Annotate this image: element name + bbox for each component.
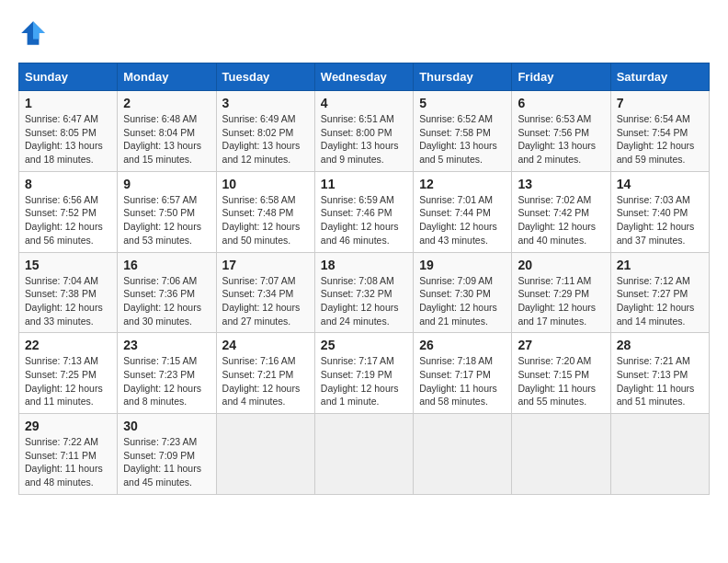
day-number: 15 (25, 258, 111, 272)
calendar-cell: 24Sunrise: 7:16 AMSunset: 7:21 PMDayligh… (216, 333, 314, 414)
calendar-cell: 21Sunrise: 7:12 AMSunset: 7:27 PMDayligh… (610, 252, 709, 333)
day-info: Sunrise: 6:51 AMSunset: 8:00 PMDaylight:… (321, 112, 407, 167)
day-number: 8 (25, 177, 111, 191)
calendar-cell: 5Sunrise: 6:52 AMSunset: 7:58 PMDaylight… (414, 91, 512, 172)
day-info: Sunrise: 6:59 AMSunset: 7:46 PMDaylight:… (321, 193, 407, 247)
page-header (18, 18, 710, 48)
day-number: 14 (617, 177, 703, 191)
day-number: 28 (617, 338, 703, 352)
calendar-cell: 27Sunrise: 7:20 AMSunset: 7:15 PMDayligh… (512, 333, 610, 414)
calendar-cell: 11Sunrise: 6:59 AMSunset: 7:46 PMDayligh… (314, 171, 413, 252)
day-number: 12 (419, 177, 506, 191)
day-header-thursday: Thursday (414, 63, 512, 91)
day-header-wednesday: Wednesday (314, 63, 413, 91)
day-info: Sunrise: 6:56 AMSunset: 7:52 PMDaylight:… (25, 193, 111, 247)
day-header-monday: Monday (118, 63, 216, 91)
calendar-cell: 12Sunrise: 7:01 AMSunset: 7:44 PMDayligh… (414, 171, 512, 252)
day-info: Sunrise: 6:52 AMSunset: 7:58 PMDaylight:… (419, 112, 506, 167)
day-number: 26 (419, 338, 506, 352)
calendar-cell: 4Sunrise: 6:51 AMSunset: 8:00 PMDaylight… (314, 91, 413, 172)
day-info: Sunrise: 7:06 AMSunset: 7:36 PMDaylight:… (123, 274, 210, 328)
day-info: Sunrise: 6:48 AMSunset: 8:04 PMDaylight:… (123, 112, 210, 167)
calendar-week-3: 15Sunrise: 7:04 AMSunset: 7:38 PMDayligh… (19, 252, 710, 333)
calendar-cell (414, 414, 512, 495)
day-number: 19 (419, 258, 506, 272)
day-header-sunday: Sunday (19, 63, 118, 91)
day-number: 29 (25, 419, 111, 433)
day-number: 27 (518, 338, 604, 352)
calendar-cell: 2Sunrise: 6:48 AMSunset: 8:04 PMDaylight… (118, 91, 216, 172)
calendar-cell: 9Sunrise: 6:57 AMSunset: 7:50 PMDaylight… (118, 171, 216, 252)
day-info: Sunrise: 7:15 AMSunset: 7:23 PMDaylight:… (123, 354, 210, 408)
header-row: SundayMondayTuesdayWednesdayThursdayFrid… (19, 63, 710, 91)
day-info: Sunrise: 6:58 AMSunset: 7:48 PMDaylight:… (222, 193, 309, 247)
day-number: 22 (25, 338, 111, 352)
day-number: 16 (123, 258, 210, 272)
day-info: Sunrise: 7:17 AMSunset: 7:19 PMDaylight:… (321, 354, 407, 408)
day-number: 4 (321, 96, 407, 110)
day-number: 1 (25, 96, 111, 110)
calendar-cell: 1Sunrise: 6:47 AMSunset: 8:05 PMDaylight… (19, 91, 118, 172)
day-number: 18 (321, 258, 407, 272)
day-number: 3 (222, 96, 309, 110)
day-info: Sunrise: 7:23 AMSunset: 7:09 PMDaylight:… (123, 435, 210, 489)
day-info: Sunrise: 6:47 AMSunset: 8:05 PMDaylight:… (25, 112, 111, 167)
calendar-cell: 30Sunrise: 7:23 AMSunset: 7:09 PMDayligh… (118, 414, 216, 495)
day-number: 24 (222, 338, 309, 352)
day-header-friday: Friday (512, 63, 610, 91)
calendar-cell: 18Sunrise: 7:08 AMSunset: 7:32 PMDayligh… (314, 252, 413, 333)
calendar-week-2: 8Sunrise: 6:56 AMSunset: 7:52 PMDaylight… (19, 171, 710, 252)
calendar-week-4: 22Sunrise: 7:13 AMSunset: 7:25 PMDayligh… (19, 333, 710, 414)
day-number: 9 (123, 177, 210, 191)
calendar-cell: 3Sunrise: 6:49 AMSunset: 8:02 PMDaylight… (216, 91, 314, 172)
day-info: Sunrise: 7:12 AMSunset: 7:27 PMDaylight:… (617, 274, 703, 328)
calendar-cell: 17Sunrise: 7:07 AMSunset: 7:34 PMDayligh… (216, 252, 314, 333)
calendar-cell: 15Sunrise: 7:04 AMSunset: 7:38 PMDayligh… (19, 252, 118, 333)
calendar-cell: 16Sunrise: 7:06 AMSunset: 7:36 PMDayligh… (118, 252, 216, 333)
svg-marker-1 (33, 21, 45, 39)
day-number: 21 (617, 258, 703, 272)
day-header-tuesday: Tuesday (216, 63, 314, 91)
day-number: 6 (518, 96, 604, 110)
day-info: Sunrise: 7:09 AMSunset: 7:30 PMDaylight:… (419, 274, 506, 328)
calendar-cell: 28Sunrise: 7:21 AMSunset: 7:13 PMDayligh… (610, 333, 709, 414)
day-number: 30 (123, 419, 210, 433)
calendar-cell: 19Sunrise: 7:09 AMSunset: 7:30 PMDayligh… (414, 252, 512, 333)
calendar-cell: 23Sunrise: 7:15 AMSunset: 7:23 PMDayligh… (118, 333, 216, 414)
calendar-cell: 29Sunrise: 7:22 AMSunset: 7:11 PMDayligh… (19, 414, 118, 495)
logo (18, 18, 53, 48)
day-number: 11 (321, 177, 407, 191)
calendar-week-5: 29Sunrise: 7:22 AMSunset: 7:11 PMDayligh… (19, 414, 710, 495)
calendar-week-1: 1Sunrise: 6:47 AMSunset: 8:05 PMDaylight… (19, 91, 710, 172)
logo-icon (18, 18, 48, 48)
day-info: Sunrise: 6:49 AMSunset: 8:02 PMDaylight:… (222, 112, 309, 167)
day-info: Sunrise: 7:13 AMSunset: 7:25 PMDaylight:… (25, 354, 111, 408)
day-info: Sunrise: 6:54 AMSunset: 7:54 PMDaylight:… (617, 112, 703, 167)
day-info: Sunrise: 7:22 AMSunset: 7:11 PMDaylight:… (25, 435, 111, 489)
day-info: Sunrise: 7:02 AMSunset: 7:42 PMDaylight:… (518, 193, 604, 247)
calendar-cell (610, 414, 709, 495)
day-info: Sunrise: 7:03 AMSunset: 7:40 PMDaylight:… (617, 193, 703, 247)
calendar-cell: 25Sunrise: 7:17 AMSunset: 7:19 PMDayligh… (314, 333, 413, 414)
calendar-header: SundayMondayTuesdayWednesdayThursdayFrid… (19, 63, 710, 91)
day-number: 2 (123, 96, 210, 110)
day-number: 25 (321, 338, 407, 352)
day-info: Sunrise: 7:18 AMSunset: 7:17 PMDaylight:… (419, 354, 506, 408)
day-info: Sunrise: 7:16 AMSunset: 7:21 PMDaylight:… (222, 354, 309, 408)
calendar-cell: 7Sunrise: 6:54 AMSunset: 7:54 PMDaylight… (610, 91, 709, 172)
day-number: 23 (123, 338, 210, 352)
calendar-cell: 20Sunrise: 7:11 AMSunset: 7:29 PMDayligh… (512, 252, 610, 333)
day-number: 17 (222, 258, 309, 272)
day-info: Sunrise: 7:04 AMSunset: 7:38 PMDaylight:… (25, 274, 111, 328)
calendar-cell: 13Sunrise: 7:02 AMSunset: 7:42 PMDayligh… (512, 171, 610, 252)
day-info: Sunrise: 7:11 AMSunset: 7:29 PMDaylight:… (518, 274, 604, 328)
calendar-cell (216, 414, 314, 495)
day-info: Sunrise: 7:20 AMSunset: 7:15 PMDaylight:… (518, 354, 604, 408)
day-number: 5 (419, 96, 506, 110)
day-info: Sunrise: 7:08 AMSunset: 7:32 PMDaylight:… (321, 274, 407, 328)
calendar-cell: 8Sunrise: 6:56 AMSunset: 7:52 PMDaylight… (19, 171, 118, 252)
day-number: 20 (518, 258, 604, 272)
calendar-cell: 6Sunrise: 6:53 AMSunset: 7:56 PMDaylight… (512, 91, 610, 172)
day-number: 13 (518, 177, 604, 191)
calendar-cell: 22Sunrise: 7:13 AMSunset: 7:25 PMDayligh… (19, 333, 118, 414)
